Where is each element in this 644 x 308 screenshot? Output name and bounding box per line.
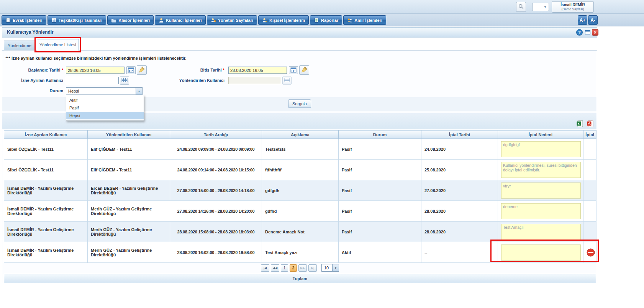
next-page-button[interactable]: ▶▶ <box>298 264 307 272</box>
sorgula-button[interactable]: Sorgula <box>288 99 311 108</box>
management-gear-icon <box>211 18 216 23</box>
cell-iptal <box>583 139 596 160</box>
tab-yonlendirme-listesi[interactable]: Yönlendirme Listesi <box>37 39 79 51</box>
menu-klasor-islemleri[interactable]: Klasör İşlemleri <box>107 15 154 25</box>
cell-iptal-nedeni: Test Amaçlı <box>498 222 583 242</box>
cell-aciklama: gdfhd <box>262 201 339 222</box>
supervisor-users-icon <box>347 18 352 23</box>
table-header-row: İzne Ayrılan Kullanıcı Yönlendirilen Kul… <box>4 130 596 139</box>
cell-yonlendirilen: Elif ÇİĞDEM - Test11 <box>88 160 170 180</box>
cell-tarih-araligi: 27.08.2020 14:26:00 - 28.08.2020 14:20:0… <box>170 201 262 222</box>
header-tarih-araligi[interactable]: Tarih Aralığı <box>170 130 262 139</box>
page-size-select[interactable]: 10 ▼ <box>321 264 339 272</box>
topbar: ▼ İsmail DEMİR (Demo Sayfası) <box>0 0 644 14</box>
table-row: Sibel ÖZÇELİK - Test11 Elif ÇİĞDEM - Tes… <box>4 160 596 180</box>
menu-label: Kişisel İşlemlerim <box>269 18 305 23</box>
iptal-nedeni-textarea[interactable] <box>501 244 581 261</box>
cell-durum: Pasif <box>339 201 421 222</box>
tab-yonlendirme[interactable]: Yönlendirme <box>4 41 35 50</box>
cell-iptal <box>583 180 596 201</box>
cell-iptal-nedeni <box>498 242 583 263</box>
table-row: İsmail DEMİR - Yazılım Geliştirme Direkt… <box>4 222 596 242</box>
user-subtitle: (Demo Sayfası) <box>552 7 593 11</box>
iptal-nedeni-textarea[interactable]: Kullanıcı yönlendirmesi, süresi bittiğin… <box>501 162 581 178</box>
izne-ayrilan-picker-button[interactable] <box>120 77 129 85</box>
quick-menu-dropdown[interactable]: ▼ <box>532 3 549 11</box>
header-izne-ayrilan-kullanici[interactable]: İzne Ayrılan Kullanıcı <box>4 130 88 139</box>
first-page-button[interactable]: |◀ <box>261 264 269 272</box>
end-date-calendar-button[interactable] <box>289 66 298 74</box>
menu-items: Evrak İşlemleri Teşkilat/Kişi Tanımları … <box>2 15 386 25</box>
chevron-down-icon: ▼ <box>544 5 547 9</box>
menu-kisisel-islemlerim[interactable]: Kişisel İşlemlerim <box>258 15 309 25</box>
close-icon[interactable]: × <box>592 29 598 36</box>
page-1-button[interactable]: 1 <box>281 264 288 272</box>
header-iptal-tarihi[interactable]: İptal Tarihi <box>421 130 498 139</box>
main-menu: Evrak İşlemleri Teşkilat/Kişi Tanımları … <box>0 14 644 26</box>
durum-option-hepsi[interactable]: Hepsi <box>66 112 144 119</box>
last-page-button[interactable]: ▶| <box>308 264 317 272</box>
cell-tarih-araligi: 24.08.2020 09:09:00 - 24.08.2020 09:09:0… <box>170 139 262 160</box>
menu-label: Klasör İşlemleri <box>118 18 150 23</box>
start-date-calendar-button[interactable] <box>126 66 136 74</box>
cell-izne-ayrilan: İsmail DEMİR - Yazılım Geliştirme Direkt… <box>4 242 88 263</box>
durum-option-aktif[interactable]: Aktif <box>66 96 144 104</box>
cell-yonlendirilen: Elif ÇİĞDEM - Test11 <box>88 139 170 160</box>
menu-evrak-islemleri[interactable]: Evrak İşlemleri <box>2 15 46 25</box>
search-button[interactable] <box>516 2 526 12</box>
popup-window-icon[interactable] <box>584 29 591 36</box>
cell-izne-ayrilan: Sibel ÖZÇELİK - Test11 <box>4 139 88 160</box>
page-2-button[interactable]: 2 <box>290 264 297 272</box>
durum-option-pasif[interactable]: Pasif <box>66 104 144 112</box>
page-header: Kullanıcıya Yönlendir <box>2 27 597 37</box>
menu-label: Yönetim Sayfaları <box>218 18 253 23</box>
total-bar: Toplam <box>4 274 596 283</box>
cell-tarih-araligi: 28.08.2020 15:08:00 - 28.08.2020 18:03:0… <box>170 222 262 242</box>
cell-izne-ayrilan: İsmail DEMİR - Yazılım Geliştirme Direkt… <box>4 222 88 242</box>
iptal-nedeni-textarea[interactable]: deneme <box>501 203 581 219</box>
user-name: İsmail DEMİR <box>552 3 593 7</box>
menu-kullanici-islemleri[interactable]: Kullanıcı İşlemleri <box>155 15 206 25</box>
pagination: |◀ ◀◀ 1 2 ▶▶ ▶| 10 ▼ <box>4 263 596 272</box>
table-row: İsmail DEMİR - Yazılım Geliştirme Direkt… <box>4 242 596 263</box>
export-pdf-button[interactable] <box>587 120 594 127</box>
menu-raporlar[interactable]: Raporlar <box>310 15 342 25</box>
izne-ayrilan-kullanici-input[interactable] <box>66 77 119 84</box>
menu-yonetim-sayfalari[interactable]: Yönetim Sayfaları <box>207 15 257 25</box>
durum-selected-value: Hepsi <box>66 88 136 95</box>
export-excel-button[interactable] <box>576 120 584 127</box>
header-iptal[interactable]: İptal <box>583 130 596 139</box>
font-increase-button[interactable]: A+ <box>578 15 587 25</box>
font-decrease-button[interactable]: A- <box>588 15 598 25</box>
cell-iptal-tarihi: -- <box>421 242 498 263</box>
cell-iptal-tarihi: 27.08.2020 <box>421 180 498 201</box>
cancel-forward-button[interactable] <box>587 248 595 257</box>
iptal-nedeni-textarea[interactable]: dgdfgfdgf <box>501 141 581 157</box>
cell-iptal-tarihi: 28.08.2020 <box>421 201 498 222</box>
cell-tarih-araligi: 24.08.2020 09:14:00 - 24.08.2020 10:15:0… <box>170 160 262 180</box>
report-icon <box>314 18 319 23</box>
menu-teskilat-kisi-tanimlari[interactable]: Teşkilat/Kişi Tanımları <box>48 15 107 25</box>
iptal-nedeni-textarea[interactable]: Test Amaçlı <box>501 224 581 240</box>
document-icon <box>5 18 11 23</box>
help-icon[interactable]: ? <box>576 29 583 36</box>
required-asterisk: * <box>223 68 224 72</box>
user-info[interactable]: İsmail DEMİR (Demo Sayfası) <box>552 1 594 13</box>
iptal-nedeni-textarea[interactable]: ytryr <box>501 183 581 199</box>
header-iptal-nedeni[interactable]: İptal Nedeni <box>498 130 583 139</box>
required-asterisk: * <box>62 68 63 72</box>
header-yonlendirilen-kullanici[interactable]: Yönlendirilen Kullanıcı <box>88 130 170 139</box>
start-date-clear-button[interactable] <box>137 65 147 75</box>
end-date-clear-button[interactable] <box>299 65 309 75</box>
yonlendirilen-kullanici-label: Yönlendirilen Kullanıcı <box>165 78 224 83</box>
header-aciklama[interactable]: Açıklama <box>262 130 339 139</box>
cell-yonlendirilen: Merih GÜZ - Yazılım Geliştirme Direktörl… <box>88 201 170 222</box>
start-date-input[interactable] <box>66 67 125 74</box>
previous-page-button[interactable]: ◀◀ <box>271 264 279 272</box>
header-durum[interactable]: Durum <box>339 130 421 139</box>
end-date-input[interactable] <box>228 67 287 74</box>
menu-amir-islemleri[interactable]: Amir İşlemleri <box>343 15 386 25</box>
durum-select[interactable]: Hepsi ▼ <box>66 87 143 95</box>
cell-iptal-nedeni: ytryr <box>498 180 583 201</box>
user-icon <box>159 18 164 23</box>
